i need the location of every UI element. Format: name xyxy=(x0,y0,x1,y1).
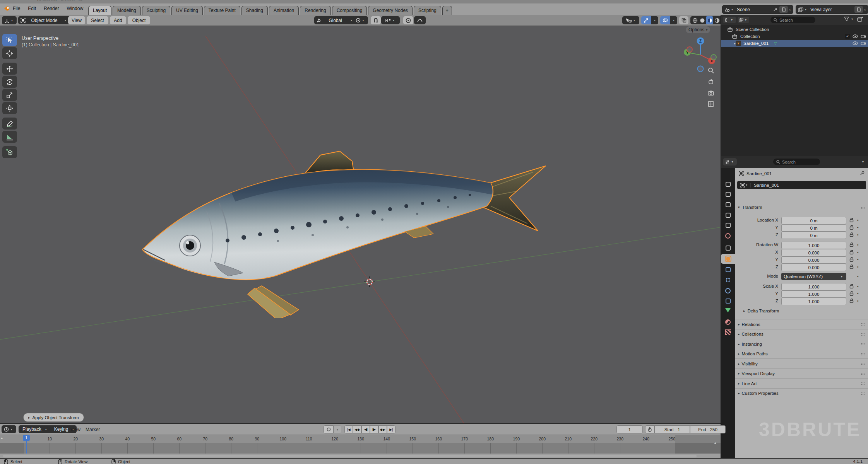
outliner-row-scene-collection[interactable]: Scene Collection xyxy=(721,26,868,33)
properties-tab-modifiers[interactable] xyxy=(721,265,735,275)
shading-rendered-button[interactable] xyxy=(713,18,721,23)
tab-layout[interactable]: Layout xyxy=(88,6,111,15)
lock-toggle[interactable] xyxy=(849,291,854,296)
snap-target-dropdown[interactable]: ▾ xyxy=(381,16,400,24)
start-frame-field[interactable]: Start1 xyxy=(654,425,690,433)
rotation-mode-dropdown[interactable]: Quaternion (WXYZ)▾ xyxy=(781,273,846,280)
drag-handle-icon[interactable] xyxy=(861,333,865,336)
panel-line-art[interactable]: ▸Line Art xyxy=(735,378,868,388)
auto-keyframe-button[interactable] xyxy=(324,425,334,433)
outliner-row-collection[interactable]: Collection✓ xyxy=(721,33,868,40)
lock-toggle[interactable] xyxy=(849,283,854,289)
properties-tab-scene[interactable] xyxy=(721,220,735,230)
xray-toggle[interactable] xyxy=(679,16,688,24)
blender-logo-icon[interactable] xyxy=(3,6,10,11)
lock-toggle[interactable] xyxy=(849,249,854,255)
breadcrumb-object-name[interactable]: Sardine_001 xyxy=(746,171,772,176)
transform-panel-header[interactable]: ▾ Transform xyxy=(738,205,762,210)
expand-icon[interactable]: ▸ xyxy=(721,42,736,45)
tab-rendering[interactable]: Rendering xyxy=(300,6,330,15)
drag-handle-icon[interactable] xyxy=(861,323,865,326)
drag-handle-icon[interactable] xyxy=(861,392,865,395)
new-collection-button[interactable] xyxy=(857,16,863,22)
new-scene-button[interactable] xyxy=(779,6,788,13)
properties-tab-render[interactable] xyxy=(721,189,735,199)
panel-motion-paths[interactable]: ▸Motion Paths xyxy=(735,349,868,359)
disable-render-toggle[interactable] xyxy=(861,41,866,46)
properties-tab-output[interactable] xyxy=(721,200,735,210)
remove-view-layer-icon[interactable]: × xyxy=(864,7,866,12)
drag-handle-icon[interactable] xyxy=(861,343,865,345)
properties-tab-constraints[interactable] xyxy=(721,296,735,306)
tool-move[interactable] xyxy=(2,63,17,75)
timeline-expand-icon[interactable]: ▸ xyxy=(1,436,3,440)
lock-toggle[interactable] xyxy=(849,257,854,262)
shading-solid-button[interactable] xyxy=(699,18,706,23)
editor-type-dropdown[interactable]: ▾ xyxy=(2,16,17,24)
auto-keyframe-dropdown[interactable]: ▾ xyxy=(334,425,341,433)
properties-tab-physics[interactable] xyxy=(721,286,735,295)
add-workspace-button[interactable]: + xyxy=(442,6,452,15)
menu-file[interactable]: File xyxy=(10,5,23,12)
animate-property-dot[interactable]: • xyxy=(857,233,859,237)
play-reverse-button[interactable]: ◀ xyxy=(361,425,370,433)
properties-search-input[interactable]: Search xyxy=(773,159,820,165)
outliner-filter-id-dropdown[interactable]: ▾ xyxy=(738,17,749,23)
timeline-editor-type-dropdown[interactable]: ▾ xyxy=(2,425,16,433)
toggle-perspective-icon[interactable] xyxy=(706,99,716,109)
transform-orientation-dropdown[interactable]: Global▾ xyxy=(314,16,356,24)
properties-tab-object-data[interactable] xyxy=(721,307,735,316)
object-name-field[interactable]: ▾ Sardine_001 xyxy=(737,181,866,189)
transform-value-field[interactable]: 0.000 xyxy=(781,249,846,256)
delta-transform-panel[interactable]: ▸ Delta Transform xyxy=(743,309,779,313)
panel-visibility[interactable]: ▸Visibility xyxy=(735,358,868,368)
animate-property-dot[interactable]: • xyxy=(857,218,859,222)
drag-handle-icon[interactable] xyxy=(861,382,865,385)
animate-property-dot[interactable]: • xyxy=(857,292,859,296)
view-layer-selector[interactable]: ▾ ViewLayer × xyxy=(796,5,868,14)
tab-texture-paint[interactable]: Texture Paint xyxy=(204,6,240,15)
properties-options-dropdown[interactable]: ▾ xyxy=(862,160,864,164)
previous-keyframe-button[interactable]: ◀◆ xyxy=(353,425,361,433)
viewport-menu-add[interactable]: Add xyxy=(110,16,126,24)
transform-value-field[interactable]: 0.000 xyxy=(781,256,846,264)
region-collapse-icon[interactable]: ◂ xyxy=(714,441,716,445)
tool-cursor[interactable] xyxy=(2,47,17,59)
menu-render[interactable]: Render xyxy=(41,5,62,12)
tool-annotate[interactable] xyxy=(2,118,17,130)
jump-to-end-button[interactable]: ▶| xyxy=(387,425,395,433)
lock-toggle[interactable] xyxy=(849,225,854,230)
tool-measure[interactable] xyxy=(2,131,17,143)
options-dropdown[interactable]: Options ▾ xyxy=(686,26,710,33)
overlays-dropdown[interactable]: ▾ xyxy=(660,16,677,24)
tab-geometry-nodes[interactable]: Geometry Nodes xyxy=(368,6,413,15)
properties-tab-texture[interactable] xyxy=(721,328,735,337)
overlays-dropdown-button[interactable]: ▾ xyxy=(670,16,677,24)
tool-add-cube[interactable] xyxy=(2,146,17,158)
next-keyframe-button[interactable]: ◆▶ xyxy=(378,425,387,433)
overlays-toggle[interactable] xyxy=(660,16,670,24)
viewport-menu-object[interactable]: Object xyxy=(128,16,150,24)
mode-dropdown[interactable]: Object Mode▾ xyxy=(18,16,70,24)
properties-tab-collection[interactable] xyxy=(721,243,735,253)
tab-modeling[interactable]: Modeling xyxy=(113,6,141,15)
outliner-row-sardine_001[interactable]: ▸▼Sardine_001▽ xyxy=(721,40,868,47)
lock-toggle[interactable] xyxy=(849,298,854,304)
transform-value-field[interactable]: 1.000 xyxy=(781,290,846,298)
play-button[interactable]: ▶ xyxy=(370,425,378,433)
tool-scale[interactable] xyxy=(2,89,17,101)
panel-collections[interactable]: ▸Collections xyxy=(735,329,868,339)
pan-view-hand-icon[interactable] xyxy=(706,77,716,87)
animate-property-dot[interactable]: • xyxy=(857,274,859,278)
hide-eye-toggle[interactable] xyxy=(853,41,858,45)
transform-value-field[interactable]: 1.000 xyxy=(781,298,846,305)
animate-property-dot[interactable]: • xyxy=(857,243,859,247)
lock-toggle[interactable] xyxy=(849,232,854,237)
outliner-display-mode-dropdown[interactable]: ▾ xyxy=(723,17,736,23)
camera-view-icon[interactable] xyxy=(706,88,716,98)
gizmo-toggle[interactable] xyxy=(641,16,651,24)
pin-icon[interactable] xyxy=(860,171,865,176)
lock-toggle[interactable] xyxy=(849,217,854,223)
new-view-layer-button[interactable] xyxy=(854,6,863,13)
animate-property-dot[interactable]: • xyxy=(857,258,859,262)
